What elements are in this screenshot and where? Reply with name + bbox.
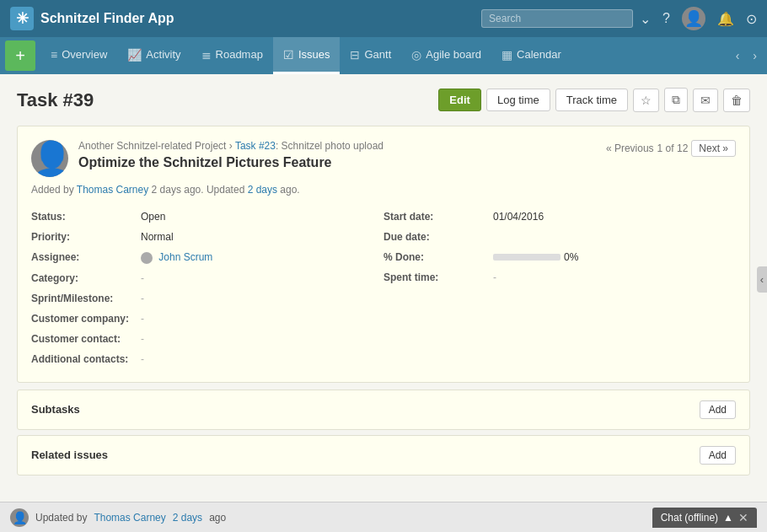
- nav-item-calendar[interactable]: ▦ Calendar: [491, 37, 571, 74]
- bottom-update-text: Updated by: [35, 512, 87, 524]
- task-title: Optimize the Schnitzel Pictures Feature: [78, 155, 384, 170]
- nav-next-button[interactable]: Next »: [691, 140, 736, 157]
- star-button[interactable]: ☆: [633, 89, 659, 112]
- app-name: Schnitzel Finder App: [40, 11, 174, 26]
- nav-item-agile[interactable]: ◎ Agile board: [401, 37, 491, 74]
- field-customer-company: Customer company: -: [31, 309, 384, 328]
- additional-contacts-label: Additional contacts:: [31, 353, 141, 365]
- help-icon[interactable]: ?: [662, 11, 670, 26]
- related-issues-section: Related issues Add: [17, 435, 750, 476]
- nav-prev-text: « Previous: [606, 142, 654, 154]
- task-card-header: 👤 Another Schnitzel-related Project › Ta…: [31, 140, 736, 177]
- nav-item-gantt[interactable]: ⊟ Gantt: [340, 37, 401, 74]
- category-label: Category:: [31, 272, 141, 284]
- roadmap-icon: ≣: [201, 48, 212, 62]
- added-time: 2 days: [152, 184, 181, 196]
- updated-time[interactable]: 2 days: [248, 184, 277, 196]
- top-navigation: ✳ Schnitzel Finder App ⌄ ? 👤 🔔 ⊙: [0, 0, 767, 37]
- additional-contacts-value: -: [141, 353, 144, 365]
- field-percent-done: % Done: 0%: [384, 248, 736, 266]
- chat-close-icon[interactable]: ✕: [738, 511, 748, 524]
- assignee-label: Assignee:: [31, 251, 141, 263]
- bottom-update-time[interactable]: 2 days: [173, 512, 202, 524]
- added-by-line: Added by Thomas Carney 2 days ago. Updat…: [31, 184, 736, 196]
- nav-item-overview[interactable]: ≡ Overview: [40, 37, 117, 74]
- chat-widget[interactable]: Chat (offline) ▲ ✕: [652, 508, 757, 528]
- bottom-update-suffix: ago: [209, 512, 226, 524]
- delete-button[interactable]: 🗑: [723, 89, 750, 112]
- nav-item-roadmap[interactable]: ≣ Roadmap: [191, 37, 273, 74]
- field-assignee: Assignee: John Scrum: [31, 248, 384, 267]
- field-additional-contacts: Additional contacts: -: [31, 350, 384, 368]
- percent-done-text: 0%: [564, 251, 578, 263]
- calendar-icon: ▦: [502, 48, 512, 62]
- parent-task-name: Schnitzel photo upload: [282, 140, 384, 152]
- bottom-bar: 👤 Updated by Thomas Carney 2 days ago Ch…: [0, 502, 767, 532]
- bell-icon[interactable]: 🔔: [717, 11, 734, 27]
- customer-company-value: -: [141, 313, 144, 325]
- task-header: Task #39 Edit Log time Track time ☆ ⧉ ✉ …: [17, 88, 750, 112]
- nav-label-issues: Issues: [298, 48, 330, 61]
- project-name: Another Schnitzel-related Project: [78, 140, 226, 152]
- fields-right: Start date: 01/04/2016 Due date: % Done:: [384, 207, 736, 368]
- logo-icon: ✳: [10, 7, 34, 30]
- overview-icon: ≡: [51, 48, 57, 62]
- chat-label: Chat (offline): [661, 512, 718, 524]
- status-label: Status:: [31, 211, 141, 223]
- assignee-link[interactable]: John Scrum: [158, 251, 212, 263]
- chat-expand-icon[interactable]: ▲: [723, 512, 733, 524]
- track-time-button[interactable]: Track time: [555, 89, 628, 111]
- nav-label-roadmap: Roadmap: [216, 48, 263, 61]
- priority-label: Priority:: [31, 231, 141, 243]
- task-card: 👤 Another Schnitzel-related Project › Ta…: [17, 126, 750, 383]
- customer-contact-value: -: [141, 333, 144, 345]
- subtasks-section: Subtasks Add: [17, 390, 750, 430]
- log-time-button[interactable]: Log time: [486, 89, 550, 111]
- nav-item-activity[interactable]: 📈 Activity: [117, 37, 190, 74]
- fields-left: Status: Open Priority: Normal Assignee: …: [31, 207, 384, 368]
- sidebar-toggle[interactable]: ‹: [757, 266, 767, 293]
- nav-label-gantt: Gantt: [364, 48, 391, 61]
- field-due-date: Due date:: [384, 228, 736, 246]
- assignee-avatar: [141, 252, 153, 264]
- nav-item-issues[interactable]: ☑ Issues: [273, 37, 341, 74]
- added-by-user[interactable]: Thomas Carney: [77, 184, 148, 196]
- task-fields: Status: Open Priority: Normal Assignee: …: [31, 207, 736, 368]
- top-nav-icons: ⌄ ? 👤 🔔 ⊙: [640, 7, 757, 30]
- priority-value: Normal: [141, 231, 174, 243]
- customer-company-label: Customer company:: [31, 313, 141, 325]
- nav-page-text: 1 of 12: [657, 142, 689, 154]
- related-issues-title: Related issues: [31, 449, 108, 461]
- field-spent-time: Spent time: -: [384, 268, 736, 287]
- task-info: Another Schnitzel-related Project › Task…: [78, 140, 384, 170]
- bottom-avatar: 👤: [10, 508, 29, 527]
- mail-button[interactable]: ✉: [693, 89, 718, 112]
- nav-label-calendar: Calendar: [517, 48, 561, 61]
- user-avatar[interactable]: 👤: [682, 7, 705, 30]
- parent-task-link[interactable]: Task #23: [235, 140, 276, 152]
- progress-bar: [493, 254, 560, 261]
- percent-done-value: 0%: [493, 251, 578, 263]
- add-button[interactable]: +: [5, 40, 35, 71]
- activity-icon: 📈: [127, 48, 142, 62]
- nav-prev-arrow[interactable]: ‹: [729, 37, 747, 74]
- nav-next-arrow[interactable]: ›: [746, 37, 764, 74]
- clock-icon[interactable]: ⊙: [746, 11, 757, 27]
- field-start-date: Start date: 01/04/2016: [384, 207, 736, 226]
- chevron-down-icon[interactable]: ⌄: [640, 11, 651, 27]
- task-avatar: 👤: [31, 140, 68, 177]
- secondary-navigation: + ≡ Overview 📈 Activity ≣ Roadmap ☑ Issu…: [0, 37, 767, 74]
- edit-button[interactable]: Edit: [438, 89, 481, 111]
- copy-button[interactable]: ⧉: [664, 88, 688, 112]
- search-input[interactable]: [481, 9, 633, 28]
- related-issues-add-button[interactable]: Add: [700, 446, 736, 465]
- nav-label-overview: Overview: [62, 48, 107, 61]
- spent-time-label: Spent time:: [384, 271, 493, 283]
- task-actions: Edit Log time Track time ☆ ⧉ ✉ 🗑: [438, 88, 750, 112]
- category-value: -: [141, 272, 144, 284]
- subtasks-add-button[interactable]: Add: [700, 400, 736, 419]
- agile-icon: ◎: [411, 48, 421, 62]
- task-id: Task #39: [17, 89, 94, 111]
- bottom-update-user[interactable]: Thomas Carney: [94, 512, 165, 524]
- field-customer-contact: Customer contact: -: [31, 330, 384, 348]
